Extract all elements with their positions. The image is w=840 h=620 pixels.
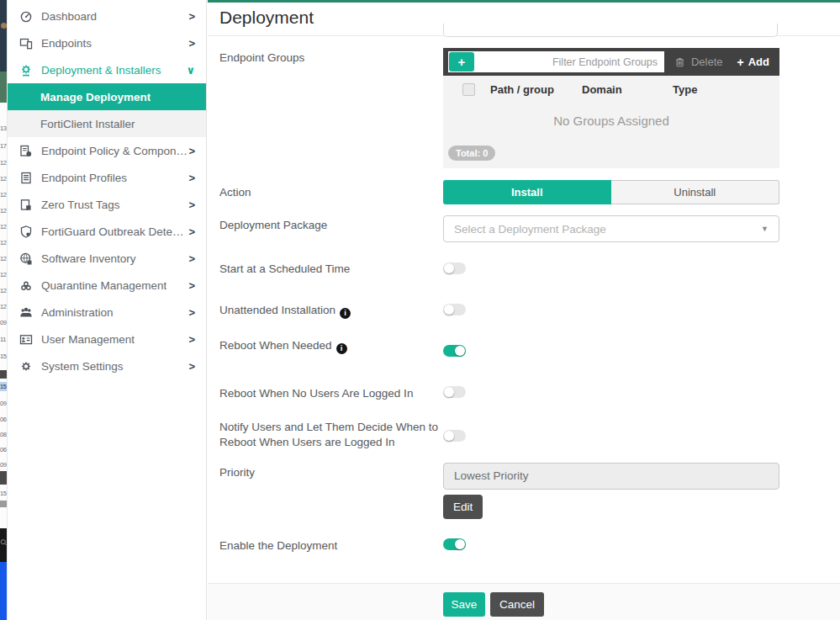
- background-row: 12: [0, 270, 7, 279]
- background-block: [0, 562, 7, 620]
- delete-button[interactable]: Delete: [674, 56, 723, 68]
- scrolled-input-bottom[interactable]: [443, 24, 778, 37]
- background-row: 12: [0, 206, 7, 215]
- background-row: 09: [0, 399, 7, 408]
- reboot-needed-toggle[interactable]: [443, 345, 466, 357]
- background-row: 15: [0, 382, 7, 391]
- action-label: Action: [219, 185, 443, 200]
- top-accent-border: [208, 0, 840, 3]
- scheduled-time-toggle[interactable]: [443, 262, 466, 274]
- sidebar-item-manage-deployment[interactable]: Manage Deployment: [8, 83, 206, 110]
- sidebar-item-software-inventory[interactable]: Software Inventory >: [8, 245, 206, 272]
- background-row: 12: [0, 174, 7, 183]
- priority-label: Priority: [219, 465, 443, 480]
- form-footer: Save Cancel: [208, 583, 840, 620]
- sidebar-item-icon: [19, 10, 34, 23]
- chevron-icon: >: [188, 333, 195, 346]
- reboot-no-users-label: Reboot When No Users Are Logged In: [219, 386, 443, 401]
- sidebar-item-icon: [19, 252, 34, 265]
- main-content: Deployment Endpoint Groups + Delete + Ad…: [208, 0, 840, 620]
- deployment-package-label: Deployment Package: [219, 218, 443, 233]
- sidebar-item-icon: [19, 145, 34, 157]
- background-row: 12: [0, 286, 7, 295]
- trash-icon: [674, 56, 686, 68]
- sidebar-item-forticlient-installer[interactable]: FortiClient Installer: [8, 110, 206, 137]
- avatar: [1, 23, 7, 29]
- sidebar-item-deployment-installers[interactable]: Deployment & Installers ∨: [8, 56, 206, 83]
- background-block: [0, 528, 7, 562]
- notify-users-label: Notify Users and Let Them Decide When to…: [219, 420, 443, 450]
- chevron-icon: >: [188, 252, 195, 265]
- sidebar: Dashboard > Endpoints > Deployment & Ins…: [8, 0, 207, 620]
- notify-users-toggle[interactable]: [443, 430, 466, 442]
- background-block: [0, 370, 7, 379]
- chevron-icon: >: [188, 37, 195, 50]
- save-button[interactable]: Save: [443, 592, 485, 617]
- sidebar-item-icon: [19, 172, 34, 184]
- sidebar-item-endpoint-profiles[interactable]: Endpoint Profiles >: [8, 164, 206, 191]
- sidebar-item-fortiguard-outbreak-detecti[interactable]: FortiGuard Outbreak Detecti... >: [8, 218, 206, 245]
- add-group-button[interactable]: +: [449, 52, 474, 72]
- chevron-down-icon: ▼: [761, 225, 769, 233]
- total-badge: Total: 0: [448, 146, 495, 161]
- background-row: 12: [0, 158, 7, 167]
- endpoint-groups-label: Endpoint Groups: [219, 50, 443, 66]
- endpoint-groups-panel: + Delete + Add Path / group Domain Type …: [443, 48, 779, 168]
- background-window-band: [0, 72, 7, 103]
- action-segmented-control: Install Uninstall: [443, 180, 779, 204]
- chevron-icon: >: [188, 199, 195, 211]
- background-row: 06: [0, 445, 7, 454]
- background-row: 17: [0, 141, 7, 151]
- sidebar-item-icon: [19, 199, 34, 211]
- column-type: Type: [673, 83, 697, 96]
- unattended-install-label: Unattended Installation: [219, 303, 443, 319]
- select-all-checkbox[interactable]: [462, 83, 475, 96]
- filter-search-box: +: [448, 51, 664, 72]
- background-block: [0, 471, 7, 485]
- background-row: 12: [0, 222, 7, 231]
- sidebar-item-icon: [19, 279, 34, 292]
- filter-endpoint-groups-input[interactable]: [475, 52, 664, 72]
- install-button[interactable]: Install: [443, 180, 611, 204]
- chevron-icon: ∨: [186, 64, 195, 77]
- background-block: [0, 501, 7, 507]
- background-window-header: [0, 0, 7, 72]
- info-icon: [336, 343, 347, 354]
- sidebar-item-endpoints[interactable]: Endpoints >: [8, 29, 206, 56]
- edit-priority-button[interactable]: Edit: [443, 495, 483, 519]
- reboot-no-users-toggle[interactable]: [443, 386, 466, 398]
- add-button[interactable]: + Add: [737, 56, 769, 69]
- endpoint-groups-toolbar: + Delete + Add: [443, 48, 779, 76]
- page-title: Deployment: [219, 8, 314, 28]
- chevron-icon: >: [188, 306, 195, 319]
- endpoint-groups-table: Path / group Domain Type No Groups Assig…: [443, 76, 779, 168]
- sidebar-item-system-settings[interactable]: System Settings >: [8, 352, 206, 379]
- sidebar-item-administration[interactable]: Administration >: [8, 299, 206, 326]
- background-row: 09: [0, 460, 7, 469]
- empty-state-text: No Groups Assigned: [443, 104, 779, 128]
- chevron-icon: >: [188, 360, 195, 373]
- sidebar-item-icon: [19, 37, 34, 50]
- cancel-button[interactable]: Cancel: [490, 592, 544, 617]
- info-icon: [340, 308, 351, 319]
- sidebar-item-zero-trust-tags[interactable]: Zero Trust Tags >: [8, 191, 206, 218]
- deployment-package-select[interactable]: Select a Deployment Package ▼: [443, 215, 779, 242]
- priority-value-field: Lowest Priority: [443, 463, 779, 490]
- column-path-group: Path / group: [490, 83, 554, 96]
- background-row: 11: [0, 335, 7, 344]
- sidebar-item-icon: [19, 333, 34, 346]
- background-row: 15: [0, 352, 7, 361]
- chevron-icon: >: [188, 225, 195, 238]
- sidebar-item-endpoint-policy-components[interactable]: Endpoint Policy & Components >: [8, 137, 206, 164]
- sidebar-item-icon: [19, 64, 34, 77]
- enable-deployment-toggle[interactable]: [443, 538, 466, 550]
- background-row: 15: [0, 489, 7, 498]
- sidebar-item-icon: [19, 306, 34, 319]
- sidebar-item-dashboard[interactable]: Dashboard >: [8, 3, 206, 29]
- background-row: 12: [0, 302, 7, 311]
- sidebar-item-quarantine-management[interactable]: Quarantine Management >: [8, 272, 206, 299]
- uninstall-button[interactable]: Uninstall: [611, 180, 780, 204]
- sidebar-item-user-management[interactable]: User Management >: [8, 326, 206, 352]
- column-domain: Domain: [582, 83, 622, 96]
- unattended-install-toggle[interactable]: [443, 304, 466, 315]
